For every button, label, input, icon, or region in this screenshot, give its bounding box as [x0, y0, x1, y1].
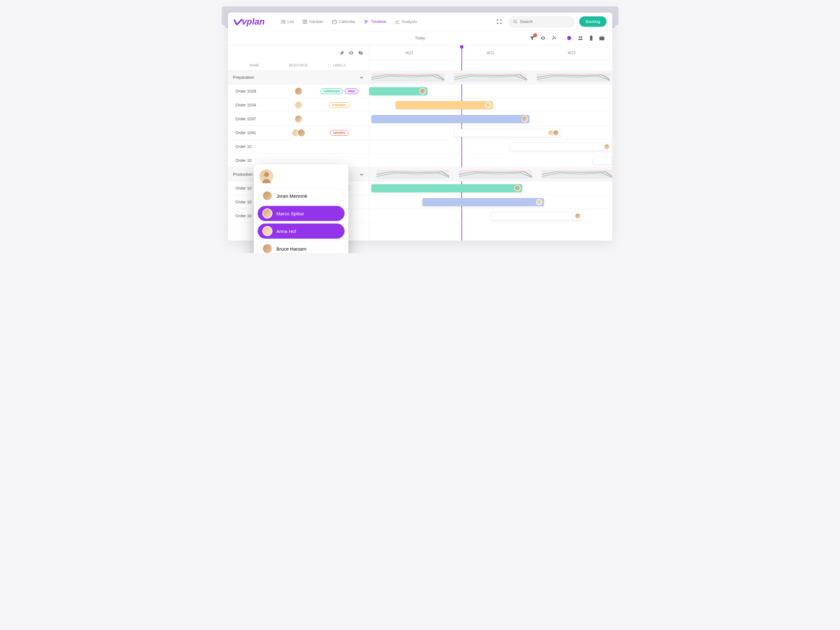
view-list[interactable]: List	[278, 17, 297, 26]
person-option-anna[interactable]: Anna Hof	[257, 224, 344, 239]
svg-rect-6	[303, 20, 307, 23]
brand-logo: vplan	[234, 17, 265, 27]
timeline-bar[interactable]	[396, 101, 493, 109]
tools-icon[interactable]	[549, 33, 559, 43]
view-timeline[interactable]: Timeline	[361, 17, 390, 26]
fullscreen-icon[interactable]	[494, 17, 504, 27]
chevron-down-icon	[359, 172, 364, 176]
search-input[interactable]	[520, 19, 571, 24]
week-header: W23	[531, 51, 612, 55]
timeline-bar[interactable]	[371, 184, 522, 192]
chevron-down-icon	[359, 75, 364, 80]
person-option-joran[interactable]: Joran Mennink	[257, 188, 344, 203]
svg-point-19	[579, 36, 580, 38]
group-icon[interactable]	[576, 33, 585, 43]
svg-point-17	[514, 20, 516, 23]
selected-avatar	[259, 169, 273, 183]
timeline-bar[interactable]	[371, 115, 529, 123]
view-analysis[interactable]: Analysis	[392, 17, 420, 26]
backlog-button[interactable]: Backlog	[579, 16, 606, 27]
timeline-panel: W21 W22 W23	[369, 45, 612, 241]
search-field[interactable]	[508, 16, 575, 27]
toolbar: Today 1	[228, 31, 612, 45]
view-calendar[interactable]: Calendar	[329, 17, 359, 26]
col-name: NAME	[228, 64, 281, 67]
timeline-bar[interactable]	[593, 156, 612, 165]
timeline-bar[interactable]	[369, 87, 427, 95]
label-urgent: URGENT	[330, 130, 349, 136]
svg-rect-0	[281, 20, 282, 20]
svg-rect-23	[601, 36, 603, 37]
col-labels: LABELS	[316, 64, 363, 67]
topbar: vplan List Kanban Calendar Timeline Anal…	[228, 13, 612, 31]
timeline-bar[interactable]	[454, 129, 561, 137]
table-row[interactable]: Order 1037	[228, 112, 369, 126]
label-control: CONTROL	[329, 102, 350, 108]
label-approved: APPROVED	[320, 88, 343, 94]
svg-point-25	[264, 172, 268, 177]
col-resource: RESOURCE	[281, 64, 316, 67]
timeline-bar[interactable]	[510, 143, 612, 151]
timeline-bar[interactable]	[422, 198, 544, 206]
svg-rect-1	[282, 20, 285, 20]
visibility-icon[interactable]	[538, 33, 548, 43]
table-row[interactable]: Order 1034CONTROL	[228, 98, 369, 112]
svg-line-18	[516, 22, 517, 23]
view-kanban[interactable]: Kanban	[299, 17, 327, 26]
today-label[interactable]: Today	[415, 36, 425, 40]
person-option-bruce[interactable]: Bruce Hansen	[257, 241, 344, 253]
table-row[interactable]: Order 1041URGENT	[228, 126, 369, 140]
svg-rect-21	[590, 36, 592, 41]
filter-icon[interactable]: 1	[527, 33, 537, 43]
puzzle-icon[interactable]	[565, 33, 575, 43]
svg-rect-4	[281, 23, 282, 23]
filter-badge: 1	[533, 33, 537, 37]
timeline-bar[interactable]	[491, 212, 583, 220]
svg-rect-5	[282, 23, 285, 23]
briefcase-icon[interactable]	[597, 33, 606, 43]
edit-icon[interactable]	[340, 51, 344, 55]
table-row[interactable]: Order 1029APPROVEDPRIO	[228, 84, 369, 98]
eye-icon[interactable]	[349, 50, 354, 55]
column-icon[interactable]	[586, 33, 596, 43]
svg-rect-9	[333, 20, 336, 24]
person-option-marco[interactable]: Marco Spitse	[257, 206, 344, 221]
view-switcher: List Kanban Calendar Timeline Analysis	[278, 17, 420, 26]
svg-point-20	[581, 36, 582, 38]
svg-rect-3	[282, 21, 285, 22]
resource-picker-popup: Joran Mennink Marco Spitse Anna Hof Bruc…	[254, 164, 348, 253]
group-preparation[interactable]: Preparation	[228, 71, 369, 84]
week-header: W22	[450, 51, 531, 55]
label-prio: PRIO	[344, 88, 358, 94]
eye-off-icon[interactable]	[358, 50, 363, 55]
week-header: W21	[369, 51, 450, 55]
svg-rect-2	[281, 21, 282, 22]
table-row[interactable]: Order 10	[228, 140, 369, 154]
